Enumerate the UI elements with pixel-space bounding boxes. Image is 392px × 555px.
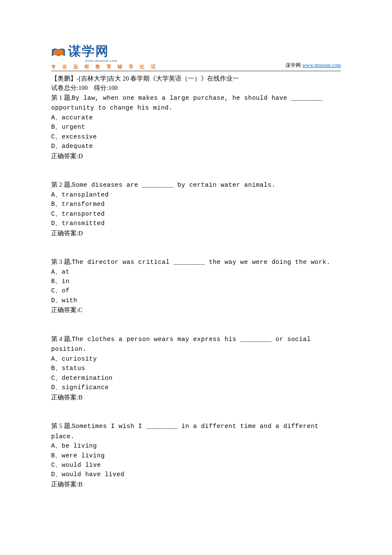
answer: 正确答案:B (51, 480, 341, 489)
option-a: A、curiosity (51, 354, 341, 364)
header-right-link[interactable]: www.mouxue.com (302, 62, 341, 68)
option-c: C、excessive (51, 132, 341, 142)
question-block: 第 3 题,The director was critical ________… (51, 257, 341, 315)
option-b: B、were living (51, 451, 341, 460)
question-text: 第 2 题,Some diseases are ________ by cert… (51, 180, 341, 190)
option-d: D、with (51, 296, 341, 305)
logo-text: 谋学网 (68, 43, 117, 60)
question-block: 第 4 题,The clothes a person wears may exp… (51, 334, 341, 402)
option-a: A、transplanted (51, 190, 341, 199)
question-text: 第 5 题,Sometimes I wish I ________ in a d… (51, 421, 341, 441)
option-c: C、transported (51, 209, 341, 219)
header-right: 谋学网 www.mouxue.com (285, 62, 341, 70)
option-d: D、significance (51, 383, 341, 392)
option-a: A、at (51, 267, 341, 277)
question-text: 第 3 题,The director was critical ________… (51, 257, 341, 267)
option-b: B、transformed (51, 199, 341, 209)
header-right-text: 谋学网 (285, 62, 302, 68)
option-c: C、would live (51, 460, 341, 470)
book-icon (51, 47, 66, 58)
option-b: B、status (51, 364, 341, 373)
content: 【奥鹏】-[吉林大学]吉大 20 春学期《大学英语（一）》在线作业一 试卷总分:… (51, 74, 341, 489)
option-d: D、transmitted (51, 219, 341, 228)
option-d: D、would have lived (51, 470, 341, 479)
answer: 正确答案:D (51, 151, 341, 161)
answer: 正确答案:D (51, 228, 341, 238)
question-text: 第 4 题,The clothes a person wears may exp… (51, 334, 341, 354)
logo-url: www.mouxue.com (85, 58, 117, 63)
option-b: B、urgent (51, 122, 341, 132)
score-line: 试卷总分:100 得分:100 (51, 83, 341, 92)
exam-title: 【奥鹏】-[吉林大学]吉大 20 春学期《大学英语（一）》在线作业一 (51, 74, 341, 83)
question-text: 第 1 题,By law, when one makes a large pur… (51, 93, 341, 113)
option-d: D、adequate (51, 142, 341, 151)
option-c: C、determination (51, 373, 341, 383)
option-b: B、in (51, 277, 341, 286)
option-c: C、of (51, 286, 341, 295)
answer: 正确答案:C (51, 305, 341, 315)
question-block: 第 1 题,By law, when one makes a large pur… (51, 93, 341, 161)
logo-tagline: 专 业 远 程 教 育 辅 导 社 区 (51, 64, 159, 70)
question-block: 第 2 题,Some diseases are ________ by cert… (51, 180, 341, 238)
option-a: A、accurate (51, 113, 341, 122)
logo-block: 谋学网 www.mouxue.com 专 业 远 程 教 育 辅 导 社 区 (51, 43, 159, 70)
option-a: A、be living (51, 441, 341, 451)
question-block: 第 5 题,Sometimes I wish I ________ in a d… (51, 421, 341, 489)
answer: 正确答案:B (51, 393, 341, 402)
page-header: 谋学网 www.mouxue.com 专 业 远 程 教 育 辅 导 社 区 谋… (51, 43, 341, 71)
